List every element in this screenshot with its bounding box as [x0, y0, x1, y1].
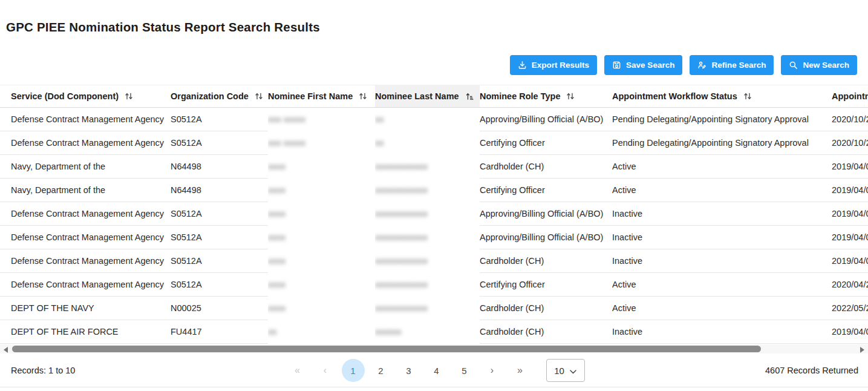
redacted-text: xx	[375, 114, 384, 124]
redacted-text: xxxxxxxxxxxx	[375, 162, 428, 171]
results-table: Service (Dod Component)Organization Code…	[0, 85, 868, 344]
column-header-org[interactable]: Organization Code	[171, 85, 268, 108]
cell-role: Approving/Billing Official (A/BO)	[480, 226, 612, 249]
cell-status: Inactive	[612, 320, 832, 344]
cell-first: xx	[268, 320, 375, 344]
toolbar: Export Results Save Search Refine Search…	[510, 55, 857, 75]
column-label: Nominee Last Name	[375, 91, 459, 101]
cell-appt: 2019/04/04	[832, 320, 868, 344]
cell-last: xxxxxxxxxxxx	[375, 202, 480, 226]
cell-org: S0512A	[171, 249, 268, 273]
table-row: DEPT OF THE NAVYN00025xxxxxxxxxxxxxxxxCa…	[0, 297, 868, 320]
cell-appt: 2019/04/04	[832, 249, 868, 273]
page-button-2[interactable]: 2	[367, 359, 395, 382]
redacted-text: xxxxxxxxxxxx	[375, 209, 428, 218]
cell-service: DEPT OF THE AIR FORCE	[0, 320, 171, 344]
cell-service: Defense Contract Management Agency	[0, 273, 171, 297]
column-header-service[interactable]: Service (Dod Component)	[0, 85, 171, 108]
page-button-1[interactable]: 1	[342, 359, 365, 382]
cell-role: Approving/Billing Official (A/BO)	[480, 202, 612, 226]
redacted-text: xxxxxxxxxxxx	[375, 303, 428, 313]
cell-first: xxxx	[268, 179, 375, 202]
next-page-button[interactable]: ›	[478, 359, 506, 382]
cell-org: N00025	[171, 297, 268, 320]
save-search-label: Save Search	[626, 61, 674, 70]
new-search-label: New Search	[803, 61, 849, 70]
cell-appt: 2019/04/04	[832, 179, 868, 202]
download-icon	[518, 61, 527, 70]
cell-org: S0512A	[171, 226, 268, 249]
cell-first: xxxx	[268, 155, 375, 179]
cell-status: Pending Delegating/Appointing Signatory …	[612, 131, 832, 155]
cell-role: Cardholder (CH)	[480, 320, 612, 344]
export-results-button[interactable]: Export Results	[510, 55, 597, 75]
new-search-button[interactable]: New Search	[781, 55, 857, 75]
column-header-role[interactable]: Nominee Role Type	[480, 85, 612, 108]
cell-service: Navy, Department of the	[0, 179, 171, 202]
horizontal-scrollbar[interactable]	[0, 344, 868, 353]
cell-last: xx	[375, 131, 480, 155]
results-table-viewport: Service (Dod Component)Organization Code…	[0, 85, 868, 344]
save-search-button[interactable]: Save Search	[604, 55, 682, 75]
previous-page-button: ‹	[312, 359, 339, 382]
cell-service: Defense Contract Management Agency	[0, 226, 171, 249]
redacted-text: xxxxxxxxxxxx	[375, 185, 428, 195]
sort-icon	[255, 92, 263, 100]
column-header-first[interactable]: Nominee First Name	[268, 85, 375, 108]
cell-service: Navy, Department of the	[0, 155, 171, 179]
cell-last: xxxxxxxxxxxx	[375, 179, 480, 202]
column-label: Organization Code	[171, 91, 249, 101]
column-header-appt: Appointment	[832, 85, 868, 108]
refine-search-button[interactable]: Refine Search	[690, 55, 774, 75]
records-range-label: Records: 1 to 10	[11, 366, 75, 375]
scroll-right-arrow-icon[interactable]	[860, 347, 864, 353]
table-row: Defense Contract Management AgencyS0512A…	[0, 131, 868, 155]
table-row: Defense Contract Management AgencyS0512A…	[0, 273, 868, 297]
refine-search-label: Refine Search	[711, 61, 766, 70]
column-label: Appointment Workflow Status	[612, 91, 737, 101]
redacted-text: xxxxxxxxxxxx	[375, 256, 428, 266]
cell-appt: 2019/04/04	[832, 202, 868, 226]
cell-role: Approving/Billing Official (A/BO)	[480, 108, 612, 131]
column-label: Nominee Role Type	[480, 91, 560, 101]
redacted-text: xxx xxxxx	[268, 114, 305, 124]
table-row: Navy, Department of theN64498xxxxxxxxxxx…	[0, 179, 868, 202]
cell-org: N64498	[171, 155, 268, 179]
cell-org: N64498	[171, 179, 268, 202]
cell-service: Defense Contract Management Agency	[0, 108, 171, 131]
cell-status: Active	[612, 155, 832, 179]
cell-service: Defense Contract Management Agency	[0, 202, 171, 226]
redacted-text: xxxxxxxxxxxx	[375, 280, 428, 289]
cell-org: S0512A	[171, 108, 268, 131]
redacted-text: xxxx	[268, 303, 286, 313]
table-row: Defense Contract Management AgencyS0512A…	[0, 249, 868, 273]
column-header-status[interactable]: Appointment Workflow Status	[612, 85, 832, 108]
page-size-value: 10	[554, 366, 564, 376]
save-icon	[612, 61, 621, 70]
cell-service: Defense Contract Management Agency	[0, 131, 171, 155]
cell-first: xxxx	[268, 249, 375, 273]
redacted-text: xxxx	[268, 232, 286, 242]
page-button-4[interactable]: 4	[423, 359, 451, 382]
scrollbar-thumb[interactable]	[12, 346, 761, 352]
cell-role: Cardholder (CH)	[480, 297, 612, 320]
cell-service: Defense Contract Management Agency	[0, 249, 171, 273]
column-label: Appointment	[832, 91, 868, 101]
cell-first: xxxx	[268, 226, 375, 249]
cell-last: xxxxxxxxxxxx	[375, 297, 480, 320]
cell-last: xxxxxxxxxxxx	[375, 273, 480, 297]
column-header-last[interactable]: Nominee Last Name	[375, 85, 480, 108]
redacted-text: xxxx	[268, 256, 286, 266]
table-row: Defense Contract Management AgencyS0512A…	[0, 226, 868, 249]
redacted-text: xx	[268, 327, 277, 337]
page-button-5[interactable]: 5	[451, 359, 478, 382]
cell-appt: 2020/04/21	[832, 273, 868, 297]
page-button-3[interactable]: 3	[395, 359, 423, 382]
table-row: Navy, Department of theN64498xxxxxxxxxxx…	[0, 155, 868, 179]
scroll-left-arrow-icon[interactable]	[4, 347, 8, 353]
redacted-text: xxxx	[268, 209, 286, 218]
last-page-button[interactable]: »	[506, 359, 534, 382]
redacted-text: xxxxxxxxxxxx	[375, 232, 428, 242]
page-size-select[interactable]: 10	[546, 359, 585, 382]
table-row: Defense Contract Management AgencyS0512A…	[0, 202, 868, 226]
